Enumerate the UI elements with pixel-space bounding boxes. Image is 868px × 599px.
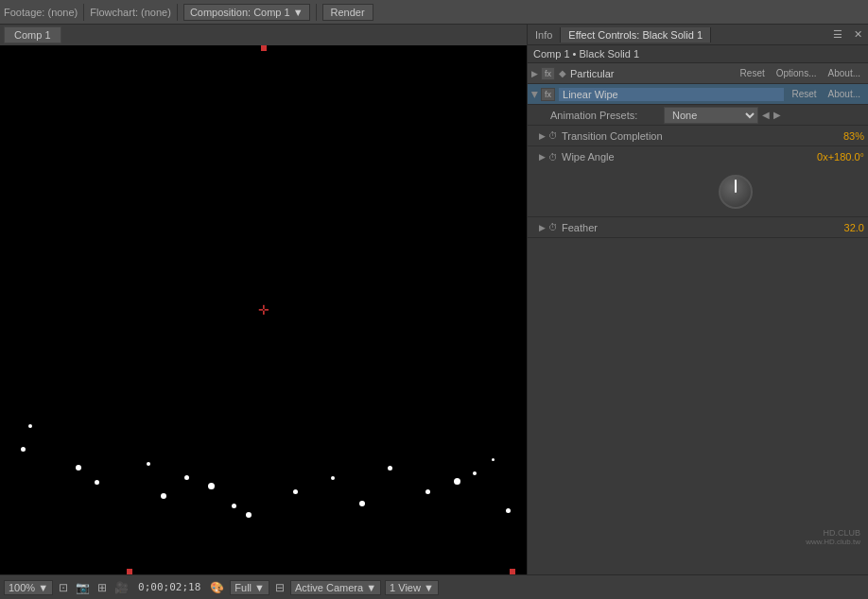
timecode[interactable]: 0;00;02;18: [134, 581, 204, 593]
feather-label: Feather: [562, 222, 844, 233]
center-crosshair: ✛: [258, 303, 269, 317]
feather-expand[interactable]: ▶: [539, 223, 546, 232]
particle: [21, 447, 26, 452]
transition-expand[interactable]: ▶: [539, 131, 546, 141]
particle: [184, 475, 189, 480]
linear-wipe-name: Linear Wipe: [559, 88, 784, 101]
particle: [232, 504, 236, 508]
tab-effect-controls[interactable]: Effect Controls: Black Solid 1: [561, 27, 711, 43]
bottom-marker-right: [510, 569, 515, 574]
comp-tab-bar: Comp 1: [0, 25, 527, 45]
separator-1: [83, 4, 84, 21]
particle: [161, 493, 166, 499]
particle: [454, 478, 460, 485]
transition-completion-row: ▶ ⏱ Transition Completion 83%: [528, 126, 868, 146]
quality-dropdown[interactable]: Full ▼: [230, 580, 269, 595]
camera-icon[interactable]: 🎥: [113, 581, 130, 594]
top-bar: Footage: (none) Flowchart: (none) Compos…: [0, 0, 868, 25]
transition-stopwatch[interactable]: ⏱: [548, 130, 558, 141]
particle: [388, 466, 392, 471]
top-marker: [261, 45, 267, 51]
wipe-angle-stopwatch[interactable]: ⏱: [548, 152, 558, 163]
particular-expand[interactable]: [531, 69, 538, 78]
anim-presets-prev[interactable]: ◀: [760, 110, 772, 120]
fit-icon[interactable]: ⊡: [57, 581, 70, 594]
particle: [425, 489, 430, 494]
comp-tab[interactable]: Comp 1: [4, 26, 61, 43]
main-layout: Comp 1 ✛: [0, 25, 868, 574]
particle: [95, 480, 99, 485]
panel-close-button[interactable]: ✕: [848, 26, 868, 43]
grid-icon[interactable]: ⊞: [95, 581, 109, 594]
right-panel: Info Effect Controls: Black Solid 1 ☰ ✕ …: [527, 25, 868, 574]
bottom-bar: 100% ▼ ⊡ 📷 ⊞ 🎥 0;00;02;18 🎨 Full ▼ ⊟ Act…: [0, 574, 868, 599]
color-icon[interactable]: 🎨: [208, 581, 226, 594]
composition-dropdown[interactable]: Composition: Comp 1 ▼: [183, 4, 310, 21]
particle: [147, 462, 150, 466]
particular-options[interactable]: Options...: [773, 67, 821, 79]
particular-header: fx ◆ Particular Reset Options... About..…: [528, 63, 868, 84]
right-panel-empty: HD.CLUB www.HD.club.tw: [528, 319, 868, 575]
views-count-dropdown[interactable]: 1 View ▼: [385, 580, 439, 595]
anim-presets-label: Animation Presets:: [550, 110, 664, 121]
safe-zones-icon[interactable]: ⊟: [273, 581, 286, 594]
particle: [492, 458, 495, 461]
particle: [473, 471, 477, 475]
linear-wipe-header: fx Linear Wipe Reset About...: [528, 84, 868, 105]
particular-reset[interactable]: Reset: [737, 67, 769, 79]
view-dropdown[interactable]: Active Camera ▼: [290, 580, 381, 595]
particle: [208, 483, 215, 489]
breadcrumb: Comp 1 • Black Solid 1: [528, 45, 868, 63]
particle: [331, 476, 335, 480]
comp-panel: Comp 1 ✛: [0, 25, 527, 574]
flowchart-label: Flowchart: (none): [90, 7, 171, 18]
watermark-url: www.HD.club.tw: [806, 538, 860, 546]
knob-container: [528, 167, 868, 216]
wipe-angle-label: Wipe Angle: [562, 151, 817, 163]
anim-presets-row: Animation Presets: None ◀ ▶: [528, 105, 868, 126]
panel-tabs: Info Effect Controls: Black Solid 1 ☰ ✕: [528, 25, 868, 45]
wipe-angle-expand[interactable]: ▶: [539, 152, 546, 162]
wipe-angle-value2[interactable]: +180.0°: [828, 151, 864, 163]
transition-value[interactable]: 83%: [843, 130, 864, 142]
panel-menu-button[interactable]: ☰: [827, 26, 848, 43]
separator-3: [316, 4, 317, 21]
particular-name: Particular: [570, 68, 733, 79]
watermark: HD.CLUB www.HD.club.tw: [806, 528, 860, 546]
particle: [28, 424, 32, 428]
render-button[interactable]: Render: [322, 4, 373, 21]
particle: [506, 508, 511, 513]
anim-presets-dropdown[interactable]: None: [664, 107, 758, 124]
snapshot-icon[interactable]: 📷: [74, 581, 92, 594]
particle: [246, 512, 252, 518]
linear-wipe-fx-badge: fx: [541, 88, 555, 101]
anim-presets-next[interactable]: ▶: [772, 110, 783, 120]
footage-label: Footage: (none): [4, 7, 78, 18]
particle: [76, 465, 81, 471]
linear-wipe-reset[interactable]: Reset: [788, 88, 820, 100]
transition-label: Transition Completion: [562, 130, 843, 142]
linear-wipe-expand[interactable]: [531, 90, 538, 99]
comp-viewport: ✛: [0, 45, 527, 574]
wipe-angle-knob[interactable]: [719, 175, 753, 209]
tab-info[interactable]: Info: [528, 27, 561, 43]
particular-fx-badge: fx: [541, 67, 555, 80]
wipe-angle-section: ▶ ⏱ Wipe Angle 0x +180.0°: [528, 146, 868, 217]
feather-value[interactable]: 32.0: [844, 222, 864, 233]
wipe-angle-row: ▶ ⏱ Wipe Angle 0x +180.0°: [528, 146, 868, 167]
anim-presets-nav: ◀ ▶: [760, 110, 783, 120]
knob-indicator: [735, 180, 737, 193]
effect-controls: fx ◆ Particular Reset Options... About..…: [528, 63, 868, 319]
particular-plugin-icon: ◆: [559, 68, 566, 78]
wipe-angle-value1[interactable]: 0x: [817, 151, 828, 163]
feather-stopwatch[interactable]: ⏱: [548, 222, 558, 232]
particular-about[interactable]: About...: [825, 67, 864, 79]
zoom-dropdown[interactable]: 100% ▼: [4, 580, 53, 595]
particle: [293, 489, 298, 494]
linear-wipe-about[interactable]: About...: [825, 88, 864, 100]
bottom-marker-left: [127, 569, 132, 574]
feather-row: ▶ ⏱ Feather 32.0: [528, 217, 868, 238]
watermark-logo: HD.CLUB: [806, 528, 860, 538]
separator-2: [177, 4, 178, 21]
particle: [359, 501, 365, 506]
